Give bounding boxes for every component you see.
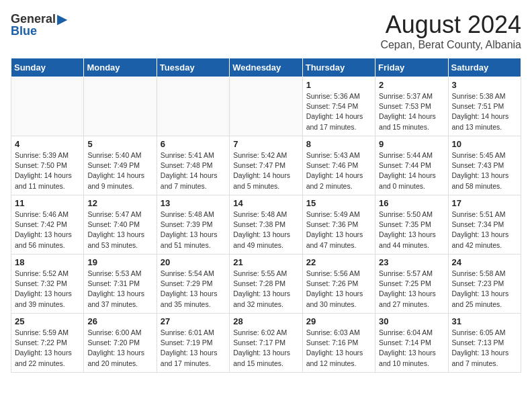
calendar-cell [157,77,229,136]
day-info: Sunrise: 5:57 AM Sunset: 7:25 PM Dayligh… [379,269,444,310]
day-number: 10 [452,139,517,149]
day-number: 8 [306,139,371,149]
day-info: Sunrise: 5:37 AM Sunset: 7:53 PM Dayligh… [379,91,444,132]
logo-bird-icon: ▶ [57,11,67,27]
day-number: 24 [452,257,517,267]
calendar-cell: 9Sunrise: 5:44 AM Sunset: 7:44 PM Daylig… [375,136,448,195]
day-info: Sunrise: 5:54 AM Sunset: 7:29 PM Dayligh… [161,269,226,310]
day-info: Sunrise: 5:50 AM Sunset: 7:35 PM Dayligh… [379,210,444,250]
day-number: 1 [306,80,371,90]
day-info: Sunrise: 5:48 AM Sunset: 7:39 PM Dayligh… [161,210,226,250]
day-number: 14 [233,198,298,208]
day-number: 6 [161,139,226,149]
calendar-cell: 22Sunrise: 5:56 AM Sunset: 7:26 PM Dayli… [302,255,375,314]
day-info: Sunrise: 5:39 AM Sunset: 7:50 PM Dayligh… [15,150,80,191]
calendar-cell: 13Sunrise: 5:48 AM Sunset: 7:39 PM Dayli… [157,195,229,255]
calendar-cell: 18Sunrise: 5:52 AM Sunset: 7:32 PM Dayli… [11,255,84,314]
page-header: General ▶ Blue August 2024 Cepan, Berat … [11,11,521,51]
location-title: Cepan, Berat County, Albania [380,39,521,51]
day-info: Sunrise: 5:44 AM Sunset: 7:44 PM Dayligh… [379,150,444,191]
day-number: 21 [233,257,298,267]
calendar-cell: 26Sunrise: 6:00 AM Sunset: 7:20 PM Dayli… [84,314,157,373]
day-number: 27 [161,316,226,326]
calendar-cell: 4Sunrise: 5:39 AM Sunset: 7:50 PM Daylig… [11,136,84,195]
day-number: 29 [306,316,371,326]
weekday-header: Tuesday [157,58,229,77]
calendar-cell: 30Sunrise: 6:04 AM Sunset: 7:14 PM Dayli… [375,314,448,373]
calendar-cell: 14Sunrise: 5:48 AM Sunset: 7:38 PM Dayli… [230,195,302,255]
calendar-cell [84,77,157,136]
day-number: 30 [379,316,444,326]
calendar-cell: 12Sunrise: 5:47 AM Sunset: 7:40 PM Dayli… [84,195,157,255]
day-info: Sunrise: 5:53 AM Sunset: 7:31 PM Dayligh… [87,269,152,310]
calendar-cell: 29Sunrise: 6:03 AM Sunset: 7:16 PM Dayli… [302,314,375,373]
calendar-cell: 21Sunrise: 5:55 AM Sunset: 7:28 PM Dayli… [230,255,302,314]
calendar-cell: 31Sunrise: 6:05 AM Sunset: 7:13 PM Dayli… [448,314,521,373]
day-info: Sunrise: 5:59 AM Sunset: 7:22 PM Dayligh… [15,328,80,369]
day-info: Sunrise: 5:56 AM Sunset: 7:26 PM Dayligh… [306,269,371,310]
day-number: 15 [306,198,371,208]
calendar-table: SundayMondayTuesdayWednesdayThursdayFrid… [11,58,521,373]
day-number: 23 [379,257,444,267]
day-info: Sunrise: 6:04 AM Sunset: 7:14 PM Dayligh… [379,328,444,369]
calendar-cell: 25Sunrise: 5:59 AM Sunset: 7:22 PM Dayli… [11,314,84,373]
day-number: 19 [87,257,152,267]
calendar-cell: 24Sunrise: 5:58 AM Sunset: 7:23 PM Dayli… [448,255,521,314]
day-info: Sunrise: 5:51 AM Sunset: 7:34 PM Dayligh… [452,210,517,250]
day-info: Sunrise: 5:46 AM Sunset: 7:42 PM Dayligh… [15,210,80,250]
day-number: 16 [379,198,444,208]
day-info: Sunrise: 5:36 AM Sunset: 7:54 PM Dayligh… [306,91,371,132]
calendar-cell: 20Sunrise: 5:54 AM Sunset: 7:29 PM Dayli… [157,255,229,314]
calendar-cell [230,77,302,136]
title-block: August 2024 Cepan, Berat County, Albania [380,11,521,51]
day-info: Sunrise: 5:42 AM Sunset: 7:47 PM Dayligh… [233,150,298,191]
day-number: 31 [452,316,517,326]
day-info: Sunrise: 5:55 AM Sunset: 7:28 PM Dayligh… [233,269,298,310]
day-number: 4 [15,139,80,149]
calendar-cell: 28Sunrise: 6:02 AM Sunset: 7:17 PM Dayli… [230,314,302,373]
weekday-header: Monday [84,58,157,77]
day-info: Sunrise: 5:47 AM Sunset: 7:40 PM Dayligh… [87,210,152,250]
day-info: Sunrise: 5:43 AM Sunset: 7:46 PM Dayligh… [306,150,371,191]
day-number: 12 [87,198,152,208]
day-info: Sunrise: 6:05 AM Sunset: 7:13 PM Dayligh… [452,328,517,369]
calendar-cell: 15Sunrise: 5:49 AM Sunset: 7:36 PM Dayli… [302,195,375,255]
calendar-cell: 3Sunrise: 5:38 AM Sunset: 7:51 PM Daylig… [448,77,521,136]
calendar-cell: 6Sunrise: 5:41 AM Sunset: 7:48 PM Daylig… [157,136,229,195]
day-number: 9 [379,139,444,149]
weekday-header: Thursday [302,58,375,77]
day-number: 17 [452,198,517,208]
day-info: Sunrise: 5:58 AM Sunset: 7:23 PM Dayligh… [452,269,517,310]
day-info: Sunrise: 5:40 AM Sunset: 7:49 PM Dayligh… [87,150,152,191]
day-number: 3 [452,80,517,90]
day-number: 28 [233,316,298,326]
day-info: Sunrise: 5:38 AM Sunset: 7:51 PM Dayligh… [452,91,517,132]
day-number: 2 [379,80,444,90]
day-number: 26 [87,316,152,326]
logo-blue-text: Blue [11,24,37,38]
calendar-cell [11,77,84,136]
day-info: Sunrise: 6:02 AM Sunset: 7:17 PM Dayligh… [233,328,298,369]
calendar-cell: 23Sunrise: 5:57 AM Sunset: 7:25 PM Dayli… [375,255,448,314]
calendar-cell: 7Sunrise: 5:42 AM Sunset: 7:47 PM Daylig… [230,136,302,195]
calendar-cell: 11Sunrise: 5:46 AM Sunset: 7:42 PM Dayli… [11,195,84,255]
day-info: Sunrise: 6:00 AM Sunset: 7:20 PM Dayligh… [87,328,152,369]
day-info: Sunrise: 5:41 AM Sunset: 7:48 PM Dayligh… [161,150,226,191]
day-info: Sunrise: 5:49 AM Sunset: 7:36 PM Dayligh… [306,210,371,250]
calendar-cell: 2Sunrise: 5:37 AM Sunset: 7:53 PM Daylig… [375,77,448,136]
calendar-cell: 16Sunrise: 5:50 AM Sunset: 7:35 PM Dayli… [375,195,448,255]
weekday-header: Saturday [448,58,521,77]
calendar-cell: 27Sunrise: 6:01 AM Sunset: 7:19 PM Dayli… [157,314,229,373]
day-number: 5 [87,139,152,149]
weekday-header: Sunday [11,58,84,77]
weekday-header: Friday [375,58,448,77]
day-info: Sunrise: 5:45 AM Sunset: 7:43 PM Dayligh… [452,150,517,191]
day-number: 20 [161,257,226,267]
calendar-cell: 1Sunrise: 5:36 AM Sunset: 7:54 PM Daylig… [302,77,375,136]
logo: General ▶ Blue [11,11,67,38]
day-number: 18 [15,257,80,267]
day-number: 7 [233,139,298,149]
day-number: 22 [306,257,371,267]
calendar-cell: 17Sunrise: 5:51 AM Sunset: 7:34 PM Dayli… [448,195,521,255]
day-info: Sunrise: 6:03 AM Sunset: 7:16 PM Dayligh… [306,328,371,369]
